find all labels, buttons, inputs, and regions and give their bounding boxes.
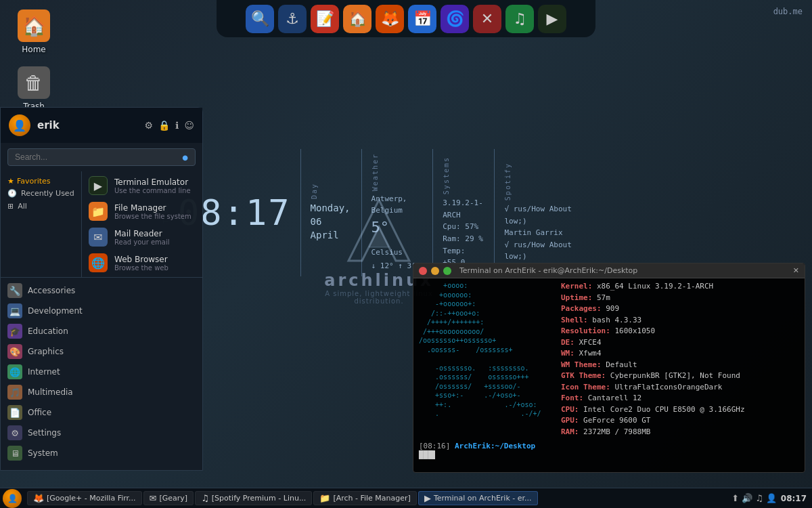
tray-icon-up[interactable]: ⬆ xyxy=(731,493,739,503)
taskbar-task-geary[interactable]: ✉ [Geary] xyxy=(143,491,194,505)
conky-ram: Ram: 29 % xyxy=(443,233,484,245)
start-header-icons: ⚙ 🔒 ℹ ☺ xyxy=(145,120,195,131)
conky-spotify-section: Spotify √ rus/How About low;) Martin Gar… xyxy=(494,149,582,276)
info-icon[interactable]: ℹ xyxy=(175,120,179,131)
star-icon: ★ xyxy=(7,177,14,186)
geary-task-label: [Geary] xyxy=(159,494,187,503)
terminal-task-label: Terminal on ArchErik - er... xyxy=(434,494,532,503)
cat-internet[interactable]: 🌐 Internet xyxy=(1,362,202,382)
user-avatar: 👤 xyxy=(9,114,30,136)
terminal-maximize-btn[interactable] xyxy=(443,267,451,275)
dock-icon-calendar[interactable]: 📅 xyxy=(408,5,436,33)
trash-icon: 🗑 xyxy=(18,66,50,99)
terminal-titlebar: Terminal on ArchErik - erik@ArchErik:~/D… xyxy=(413,263,805,278)
tray-icon-volume[interactable]: 🔊 xyxy=(742,493,752,503)
search-icon: ● xyxy=(182,154,188,161)
dock-icon-x[interactable]: ✕ xyxy=(473,5,501,33)
taskbar-tasks: 🦊 [Google+ - Mozilla Firr... ✉ [Geary] ♫… xyxy=(24,491,726,505)
files-task-icon: 📁 xyxy=(319,493,330,503)
taskbar-right: ⬆ 🔊 ♫ 👤 08:17 xyxy=(726,493,812,503)
all-items-item[interactable]: ⊞ All xyxy=(1,200,81,213)
taskbar: 👤 🦊 [Google+ - Mozilla Firr... ✉ [Geary]… xyxy=(0,488,812,508)
neofetch-info: Kernel: x86_64 Linux 3.19.2-1-ARCH Uptim… xyxy=(561,281,745,438)
app-mail[interactable]: ✉ Mail Reader Read your email xyxy=(82,224,202,250)
neofetch-art: +oooo: +oooooo: -+oooooo+: /::-++ooo+o: … xyxy=(419,281,554,438)
cat-multimedia[interactable]: 🎵 Multimedia xyxy=(1,382,202,402)
app-browser[interactable]: 🌐 Web Browser Browse the web xyxy=(82,250,202,276)
spotify-task-label: [Spotify Premium - Linu... xyxy=(212,494,307,503)
taskbar-tray: ⬆ 🔊 ♫ 👤 xyxy=(731,493,777,503)
taskbar-task-spotify[interactable]: ♫ [Spotify Premium - Linu... xyxy=(195,491,312,505)
settings-icon[interactable]: ⚙ xyxy=(145,120,154,131)
browser-app-info: Web Browser Browse the web xyxy=(114,255,168,272)
terminal-app-icon: ▶ xyxy=(89,176,108,195)
taskbar-clock: 08:17 xyxy=(781,494,807,503)
dock-icon-search[interactable]: 🔍 xyxy=(246,5,274,33)
tray-icon-music[interactable]: ♫ xyxy=(755,493,763,503)
taskbar-task-terminal[interactable]: ▶ Terminal on ArchErik - er... xyxy=(418,491,538,505)
office-icon: 📄 xyxy=(7,405,22,420)
recent-icon: 🕐 xyxy=(7,189,17,198)
terminal-bottom: [08:16] ArchErik:~/Desktop ███ xyxy=(413,440,805,461)
terminal-close-btn[interactable] xyxy=(419,267,427,275)
mail-app-info: Mail Reader Read your email xyxy=(114,229,170,246)
terminal-window: Terminal on ArchErik - erik@ArchErik:~/D… xyxy=(413,263,805,473)
start-two-col: ★ Favorites 🕐 Recently Used ⊞ All ▶ Term… xyxy=(1,171,202,277)
settings-icon2: ⚙ xyxy=(7,425,22,440)
top-right-label: dub.me xyxy=(773,7,803,16)
spotify-task-icon: ♫ xyxy=(201,493,209,503)
cat-education[interactable]: 🎓 Education xyxy=(1,321,202,341)
start-categories: 🔧 Accessories 💻 Development 🎓 Education … xyxy=(1,277,202,466)
terminal-app-info: Terminal Emulator Use the command line xyxy=(114,177,191,194)
user-icon[interactable]: ☺ xyxy=(184,120,194,131)
tray-icon-user[interactable]: 👤 xyxy=(766,493,777,503)
cat-development[interactable]: 💻 Development xyxy=(1,301,202,321)
home-icon: 🏠 xyxy=(18,9,50,42)
taskbar-task-files[interactable]: 📁 [Arch - File Manager] xyxy=(313,491,417,505)
dock-icon-anchor[interactable]: ⚓ xyxy=(278,5,307,33)
terminal-close-icon[interactable]: ✕ xyxy=(793,266,799,275)
taskbar-start-button[interactable]: 👤 xyxy=(3,489,22,508)
dock-icon-firefox[interactable]: 🦊 xyxy=(376,5,404,33)
terminal-title: Terminal on ArchErik - erik@ArchErik:~/D… xyxy=(459,266,637,275)
app-files[interactable]: 📁 File Manager Browse the file system xyxy=(82,198,202,224)
files-app-info: File Manager Browse the file system xyxy=(114,203,191,220)
cat-office[interactable]: 📄 Office xyxy=(1,402,202,423)
files-app-icon: 📁 xyxy=(89,202,108,221)
accessories-icon: 🔧 xyxy=(7,283,22,298)
app-terminal[interactable]: ▶ Terminal Emulator Use the command line xyxy=(82,173,202,198)
desktop-icon-trash[interactable]: 🗑 Trash xyxy=(7,64,61,114)
lock-icon[interactable]: 🔒 xyxy=(158,120,170,131)
graphics-icon: 🎨 xyxy=(7,344,22,359)
dock-icon-home[interactable]: 🏠 xyxy=(343,5,371,33)
dock-icon-hypnotic[interactable]: 🌀 xyxy=(441,5,469,33)
cat-graphics[interactable]: 🎨 Graphics xyxy=(1,341,202,362)
terminal-prompt-line: [08:16] xyxy=(419,442,455,450)
geary-task-icon: ✉ xyxy=(150,493,157,503)
development-icon: 💻 xyxy=(7,303,22,318)
terminal-minimize-btn[interactable] xyxy=(431,267,439,275)
cat-system[interactable]: 🖥 System xyxy=(1,443,202,463)
desktop-icon-home[interactable]: 🏠 Home xyxy=(7,7,61,57)
taskbar-task-firefox[interactable]: 🦊 [Google+ - Mozilla Firr... xyxy=(27,491,142,505)
cat-settings[interactable]: ⚙ Settings xyxy=(1,423,202,443)
home-label: Home xyxy=(22,45,45,54)
education-icon: 🎓 xyxy=(7,324,22,339)
start-username: erik xyxy=(37,119,60,131)
cat-accessories[interactable]: 🔧 Accessories xyxy=(1,280,202,301)
conky-kernel: 3.19.2-1-ARCH xyxy=(443,197,484,221)
recently-used-item[interactable]: 🕐 Recently Used xyxy=(1,187,81,200)
dock-icon-spotify[interactable]: ♫ xyxy=(505,5,534,33)
dock-icon-notes[interactable]: 📝 xyxy=(311,5,339,33)
conky-sp3: √ rus/How About low;) xyxy=(504,239,572,263)
conky-cpu: Cpu: 57% xyxy=(443,221,484,233)
start-menu-header: 👤 erik ⚙ 🔒 ℹ ☺ xyxy=(1,108,202,143)
start-search-input[interactable] xyxy=(15,152,182,162)
multimedia-icon: 🎵 xyxy=(7,385,22,400)
favorites-header: ★ Favorites xyxy=(1,174,81,187)
weather-section-label: Weather xyxy=(371,153,424,191)
start-search-box[interactable]: ● xyxy=(7,148,196,166)
conky-sp1: √ rus/How About low;) xyxy=(504,203,572,227)
dock-icon-terminal[interactable]: ▶ xyxy=(538,5,566,33)
desktop-icons: 🏠 Home 🗑 Trash xyxy=(7,7,61,114)
